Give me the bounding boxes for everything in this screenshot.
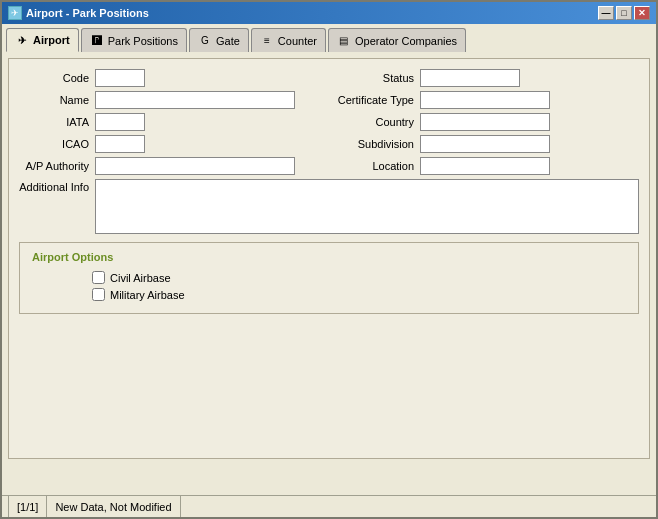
window-icon: ✈ (8, 6, 22, 20)
civil-airbase-row: Civil Airbase (92, 271, 626, 284)
iata-label: IATA (19, 116, 89, 128)
name-input[interactable] (95, 91, 295, 109)
tab-gate[interactable]: G Gate (189, 28, 249, 52)
iata-input[interactable] (95, 113, 145, 131)
record-indicator: [1/1] (8, 496, 47, 517)
tab-gate-label: Gate (216, 35, 240, 47)
gate-tab-icon: G (198, 34, 212, 48)
airport-options-section: Airport Options Civil Airbase Military A… (19, 242, 639, 314)
icao-row: ICAO (19, 135, 324, 153)
subdivision-input[interactable] (420, 135, 550, 153)
title-bar: ✈ Airport - Park Positions — □ ✕ (2, 2, 656, 24)
maximize-button[interactable]: □ (616, 6, 632, 20)
status-row: Status (334, 69, 639, 87)
tab-operator-companies-label: Operator Companies (355, 35, 457, 47)
ap-authority-input[interactable] (95, 157, 295, 175)
tab-airport[interactable]: ✈ Airport (6, 28, 79, 52)
title-bar-left: ✈ Airport - Park Positions (8, 6, 149, 20)
icao-label: ICAO (19, 138, 89, 150)
military-airbase-checkbox[interactable] (92, 288, 105, 301)
civil-airbase-label: Civil Airbase (110, 272, 171, 284)
name-row: Name (19, 91, 324, 109)
tab-counter[interactable]: ≡ Counter (251, 28, 326, 52)
main-window: ✈ Airport - Park Positions — □ ✕ ✈ Airpo… (0, 0, 658, 519)
status-text: New Data, Not Modified (47, 496, 180, 517)
subdivision-label: Subdivision (334, 138, 414, 150)
counter-tab-icon: ≡ (260, 34, 274, 48)
code-row: Code (19, 69, 324, 87)
additional-info-label: Additional Info (19, 179, 89, 193)
airport-tab-icon: ✈ (15, 33, 29, 47)
main-panel: Code Name IATA ICAO (8, 58, 650, 459)
left-column: Code Name IATA ICAO (19, 69, 324, 179)
location-label: Location (334, 160, 414, 172)
minimize-button[interactable]: — (598, 6, 614, 20)
certificate-type-label: Certificate Type (334, 94, 414, 106)
subdivision-row: Subdivision (334, 135, 639, 153)
code-input[interactable] (95, 69, 145, 87)
additional-info-textarea[interactable] (95, 179, 639, 234)
right-column: Status Certificate Type Country Subdivis… (334, 69, 639, 179)
two-column-form: Code Name IATA ICAO (19, 69, 639, 179)
ap-authority-label: A/P Authority (19, 160, 89, 172)
operator-tab-icon: ▤ (337, 34, 351, 48)
icao-input[interactable] (95, 135, 145, 153)
status-label: Status (334, 72, 414, 84)
additional-info-section: Additional Info (19, 179, 639, 234)
military-airbase-label: Military Airbase (110, 289, 185, 301)
military-airbase-row: Military Airbase (92, 288, 626, 301)
tab-airport-label: Airport (33, 34, 70, 46)
tab-park-positions-label: Park Positions (108, 35, 178, 47)
location-input[interactable] (420, 157, 550, 175)
tab-operator-companies[interactable]: ▤ Operator Companies (328, 28, 466, 52)
name-label: Name (19, 94, 89, 106)
content-area: Code Name IATA ICAO (2, 52, 656, 495)
tab-park-positions[interactable]: 🅿 Park Positions (81, 28, 187, 52)
country-label: Country (334, 116, 414, 128)
code-label: Code (19, 72, 89, 84)
ap-authority-row: A/P Authority (19, 157, 324, 175)
certificate-type-input[interactable] (420, 91, 550, 109)
close-button[interactable]: ✕ (634, 6, 650, 20)
airport-options-title: Airport Options (32, 251, 626, 263)
civil-airbase-checkbox[interactable] (92, 271, 105, 284)
location-row: Location (334, 157, 639, 175)
title-buttons: — □ ✕ (598, 6, 650, 20)
window-title: Airport - Park Positions (26, 7, 149, 19)
park-positions-tab-icon: 🅿 (90, 34, 104, 48)
tab-bar: ✈ Airport 🅿 Park Positions G Gate ≡ Coun… (2, 24, 656, 52)
certificate-type-row: Certificate Type (334, 91, 639, 109)
status-bar: [1/1] New Data, Not Modified (2, 495, 656, 517)
status-input[interactable] (420, 69, 520, 87)
tab-counter-label: Counter (278, 35, 317, 47)
country-input[interactable] (420, 113, 550, 131)
country-row: Country (334, 113, 639, 131)
iata-row: IATA (19, 113, 324, 131)
